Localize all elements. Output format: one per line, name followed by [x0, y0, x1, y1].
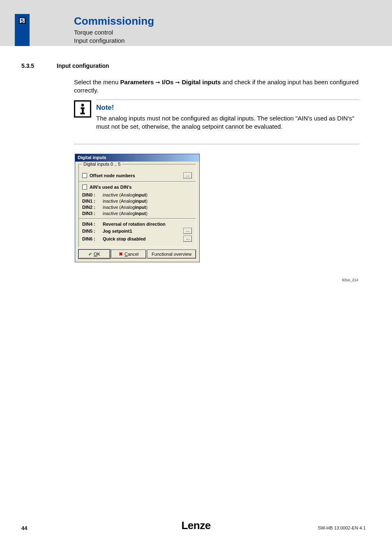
checkbox-label: Offset node numbers [90, 173, 135, 178]
din-row: DIN5 :Jog setpoint1... [82, 228, 192, 234]
section-title: Input configuration [57, 62, 109, 69]
divider [79, 181, 196, 182]
note-body: The analog inputs must not be configured… [96, 114, 359, 131]
button-label: Functional overview [152, 252, 191, 257]
din-value: inactive (Analoginput) [103, 192, 148, 197]
din-label: DIN4 : [82, 222, 103, 227]
arrow-icon: ➞ [154, 79, 162, 86]
svg-rect-2 [82, 107, 84, 113]
document-page: 5 Commissioning Torque control Input con… [0, 0, 392, 555]
checkbox-icon [82, 173, 87, 178]
checkbox-label: AIN's used as DIN's [90, 185, 131, 190]
ains-used-as-dins-checkbox[interactable]: AIN's used as DIN's [82, 185, 131, 190]
figure-caption: 931e_214 [342, 278, 358, 282]
note-title: Note! [96, 104, 114, 112]
arrow-icon: ➞ [173, 79, 182, 86]
din-value: Jog setpoint1 [103, 229, 132, 234]
din-rows-function: DIN4 :Reversal of rotation directionDIN5… [82, 222, 192, 242]
divider [79, 218, 196, 219]
din-value: inactive (Analoginput) [103, 205, 148, 210]
button-label: Cancel [125, 252, 138, 257]
chapter-subtitle-2: Input configuration [74, 37, 125, 44]
section-number: 5.3.5 [21, 62, 34, 69]
body-paragraph: Select the menu Parameters ➞ I/Os ➞ Digi… [74, 78, 362, 95]
din-label: DIN3 : [82, 211, 103, 216]
din-label: DIN0 : [82, 192, 103, 197]
close-icon: ✖ [119, 251, 123, 257]
din-row: DIN2 :inactive (Analoginput) [82, 205, 192, 210]
din-value: Reversal of rotation direction [103, 222, 166, 227]
button-label: OK [94, 252, 100, 257]
din-value: inactive (Analoginput) [103, 211, 148, 216]
ellipsis-button[interactable]: ... [183, 228, 192, 234]
digital-inputs-dialog: Digital inputs Digital inputs 0 .. 5 Off… [75, 154, 200, 262]
svg-point-0 [81, 104, 84, 106]
header-band [0, 0, 392, 46]
chapter-title: Commissioning [74, 15, 154, 28]
functional-overview-button[interactable]: Functional overview [147, 250, 196, 259]
menu-path-parameters: Parameters [120, 79, 154, 86]
check-icon: ✔ [88, 252, 92, 257]
text: Select the menu [74, 79, 120, 86]
group-legend: Digital inputs 0 .. 5 [82, 162, 122, 166]
din-row: DIN0 :inactive (Analoginput) [82, 192, 192, 197]
dialog-button-row: ✔ OK ✖ Cancel Functional overview [78, 250, 196, 259]
divider [96, 99, 359, 100]
din-rows-analog: DIN0 :inactive (Analoginput)DIN1 :inacti… [82, 192, 192, 216]
din-row: DIN6 :Quick stop disabled... [82, 236, 192, 242]
document-id: SW-HB 13.0002-EN 4.1 [318, 525, 366, 530]
din-row: DIN1 :inactive (Analoginput) [82, 199, 192, 204]
ellipsis-button[interactable]: ... [183, 172, 192, 179]
chapter-number: 5 [19, 17, 25, 24]
din-label: DIN1 : [82, 199, 103, 204]
dialog-screenshot: Digital inputs Digital inputs 0 .. 5 Off… [75, 154, 200, 262]
ok-button[interactable]: ✔ OK [78, 250, 110, 259]
dialog-body: Digital inputs 0 .. 5 Offset node number… [75, 162, 199, 262]
menu-path-digital-inputs: Digital inputs [182, 79, 221, 86]
din-row: DIN3 :inactive (Analoginput) [82, 211, 192, 216]
ellipsis-button[interactable]: ... [183, 236, 192, 242]
cancel-button[interactable]: ✖ Cancel [111, 250, 146, 259]
digital-inputs-group: Digital inputs 0 .. 5 Offset node number… [78, 164, 196, 247]
din-value: Quick stop disabled [103, 236, 146, 241]
logo-text: Lenze [181, 519, 210, 532]
checkbox-icon [82, 185, 87, 190]
offset-row: Offset node numbers ... [82, 172, 192, 179]
dialog-titlebar: Digital inputs [75, 154, 199, 162]
din-row: DIN4 :Reversal of rotation direction [82, 222, 192, 227]
offset-node-numbers-checkbox[interactable]: Offset node numbers [82, 173, 135, 178]
divider [74, 144, 359, 144]
chapter-subtitle-1: Torque control [74, 29, 113, 36]
din-value: inactive (Analoginput) [103, 199, 148, 204]
svg-rect-3 [80, 113, 85, 114]
menu-path-ios: I/Os [162, 79, 173, 86]
din-label: DIN5 : [82, 229, 103, 234]
info-icon [74, 100, 91, 118]
din-label: DIN6 : [82, 236, 103, 241]
din-label: DIN2 : [82, 205, 103, 210]
